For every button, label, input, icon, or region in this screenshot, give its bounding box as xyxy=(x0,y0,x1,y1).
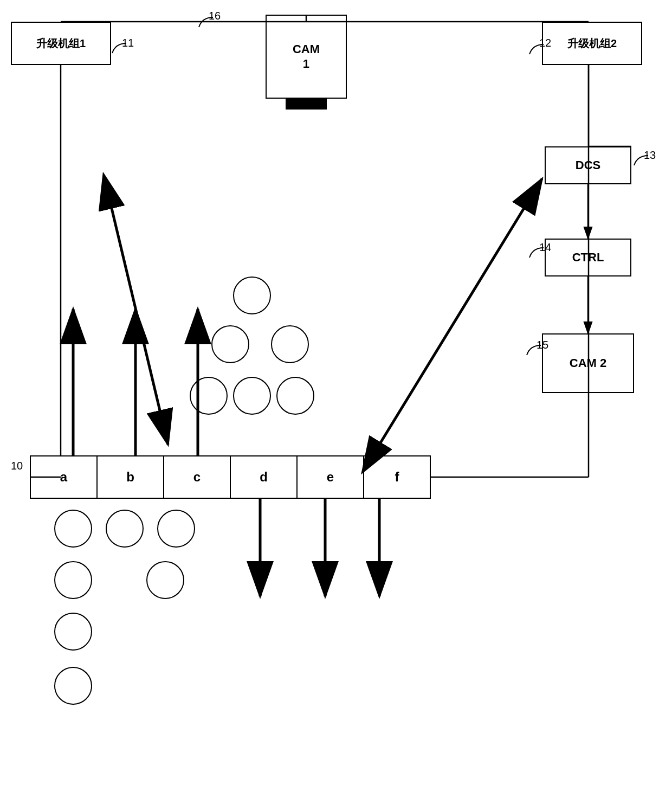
ref-10: 10 xyxy=(11,460,23,472)
arrow-conveyor-ujj2 xyxy=(379,179,542,445)
ujj2-box: 升级机组2 xyxy=(542,22,642,65)
dcs-box: DCS xyxy=(545,146,631,184)
ref-13-text: 13 xyxy=(644,149,656,162)
section-d: d xyxy=(231,456,298,498)
circle-bot-r1-2 xyxy=(106,510,144,548)
circle-bot-r4-1 xyxy=(54,667,92,705)
ref-14-text: 14 xyxy=(539,241,551,254)
cam2-box: CAM 2 xyxy=(542,333,634,393)
circle-row3-1 xyxy=(190,377,228,415)
ref-11-text: 11 xyxy=(122,37,134,49)
diagram: CAM 1 升级机组1 升级机组2 DCS CTRL CAM 2 a b c d xyxy=(0,0,672,804)
ref-16-text: 16 xyxy=(209,10,221,22)
circle-bot-r1-1 xyxy=(54,510,92,548)
circle-bot-r1-3 xyxy=(157,510,195,548)
ctrl-label: CTRL xyxy=(572,250,604,265)
circle-top-1 xyxy=(233,276,271,314)
circle-bot-r2-2 xyxy=(146,561,184,599)
section-e: e xyxy=(298,456,364,498)
arrow-ujj1-conveyor xyxy=(111,206,168,445)
circle-bot-r3-1 xyxy=(54,613,92,651)
ujj2-label: 升级机组2 xyxy=(567,36,617,51)
circle-row3-2 xyxy=(233,377,271,415)
conveyor-belt: a b c d e f xyxy=(30,455,431,499)
cam2-label: CAM 2 xyxy=(570,356,606,370)
section-f: f xyxy=(364,456,430,498)
circle-row3-3 xyxy=(276,377,314,415)
arrows-svg xyxy=(0,0,672,804)
ref-12-text: 12 xyxy=(539,37,551,49)
cam1-label: CAM 1 xyxy=(293,42,320,71)
cam1-base xyxy=(286,99,327,110)
section-c: c xyxy=(164,456,231,498)
circle-row2-1 xyxy=(211,325,249,363)
circle-row2-2 xyxy=(271,325,309,363)
dcs-label: DCS xyxy=(576,158,600,172)
section-a: a xyxy=(31,456,98,498)
cam1-box: CAM 1 xyxy=(266,15,347,99)
ujj1-label: 升级机组1 xyxy=(36,36,86,51)
circle-bot-r2-1 xyxy=(54,561,92,599)
ctrl-box: CTRL xyxy=(545,239,631,276)
ujj1-box: 升级机组1 xyxy=(11,22,111,65)
section-b: b xyxy=(98,456,164,498)
ref-15-text: 15 xyxy=(537,339,548,351)
